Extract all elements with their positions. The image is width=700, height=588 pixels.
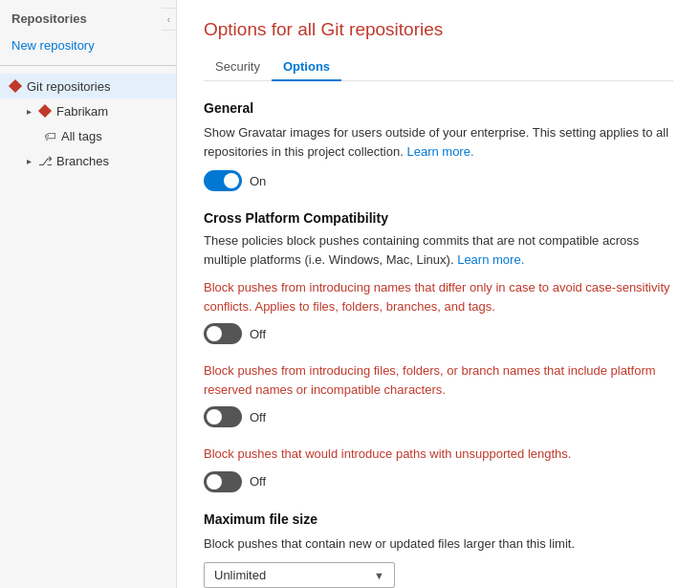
policy-reserved-desc: Block pushes from introducing files, fol… [204, 361, 673, 399]
page-title: Options for all Git repositories [204, 19, 673, 40]
diamond-icon [8, 78, 23, 94]
dropdown-value: Unlimited [214, 568, 266, 582]
toggle-slider-off-1 [204, 323, 242, 344]
general-title: General [204, 100, 673, 116]
diamond-icon-fabrikam [37, 103, 53, 119]
general-toggle-row: On [204, 170, 673, 191]
policy-case-toggle[interactable] [204, 323, 242, 344]
general-section: General Show Gravatar images for users o… [204, 100, 673, 191]
policy-path-lengths: Block pushes that would introduce paths … [204, 445, 673, 492]
tab-security[interactable]: Security [204, 54, 272, 80]
chevron-right-icon-branches: ▸ [27, 156, 32, 166]
policy-case-toggle-row: Off [204, 323, 673, 344]
sidebar-item-label: Branches [56, 154, 109, 168]
cross-platform-description: These policies block pushes containing c… [204, 231, 673, 269]
general-toggle[interactable] [204, 170, 242, 191]
policy-case-toggle-label: Off [250, 327, 266, 341]
policy-path-toggle-label: Off [250, 474, 266, 489]
branch-icon: ⎇ [37, 153, 53, 168]
cross-platform-section: Cross Platform Compatibility These polic… [204, 210, 673, 492]
sidebar-item-label: Fabrikam [56, 104, 108, 119]
sidebar: Repositories New repository Git reposito… [0, 0, 177, 588]
cross-platform-learn-more-link[interactable]: Learn more. [457, 252, 524, 267]
new-repository-link[interactable]: New repository [0, 33, 176, 57]
sidebar-item-all-tags[interactable]: 🏷 All tags [0, 123, 176, 148]
policy-reserved-toggle-label: Off [250, 410, 266, 425]
sidebar-item-branches[interactable]: ▸ ⎇ Branches [0, 148, 176, 173]
sidebar-collapse-button[interactable]: ‹ [162, 8, 177, 31]
tabs: Security Options [204, 54, 673, 81]
collapse-icon: ‹ [167, 14, 170, 25]
general-learn-more-link[interactable]: Learn more. [406, 144, 473, 159]
policy-path-toggle[interactable] [204, 471, 242, 492]
policy-case-sensitivity: Block pushes from introducing names that… [204, 278, 673, 344]
toggle-slider-off-2 [204, 406, 242, 427]
toggle-slider-off-3 [204, 471, 242, 492]
sidebar-divider [0, 65, 176, 66]
policy-reserved-toggle-row: Off [204, 406, 673, 427]
tab-options[interactable]: Options [272, 54, 341, 81]
sidebar-item-label: Git repositories [27, 79, 110, 94]
toggle-slider-on [204, 170, 242, 191]
main-content: Options for all Git repositories Securit… [177, 0, 700, 588]
policy-reserved-toggle[interactable] [204, 406, 242, 427]
chevron-down-icon: ▼ [374, 570, 384, 581]
sidebar-item-fabrikam[interactable]: ▸ Fabrikam [0, 98, 176, 123]
policy-path-desc: Block pushes that would introduce paths … [204, 445, 673, 464]
policy-case-desc: Block pushes from introducing names that… [204, 278, 673, 316]
chevron-right-icon: ▸ [27, 106, 32, 117]
general-toggle-label: On [250, 174, 266, 188]
max-file-size-description: Block pushes that contain new or updated… [204, 534, 673, 554]
sidebar-item-label: All tags [61, 129, 102, 143]
sidebar-title: Repositories [0, 11, 176, 33]
sidebar-item-git-repositories[interactable]: Git repositories [0, 74, 176, 98]
cross-platform-title: Cross Platform Compatibility [204, 210, 673, 226]
max-file-size-title: Maximum file size [204, 512, 673, 527]
file-size-dropdown[interactable]: Unlimited ▼ [204, 562, 395, 588]
cross-platform-desc-text: These policies block pushes containing c… [204, 233, 639, 267]
tag-icon: 🏷 [42, 128, 57, 143]
policy-path-toggle-row: Off [204, 471, 673, 492]
max-file-size-section: Maximum file size Block pushes that cont… [204, 512, 673, 589]
general-description: Show Gravatar images for users outside o… [204, 123, 673, 161]
policy-reserved-names: Block pushes from introducing files, fol… [204, 361, 673, 427]
